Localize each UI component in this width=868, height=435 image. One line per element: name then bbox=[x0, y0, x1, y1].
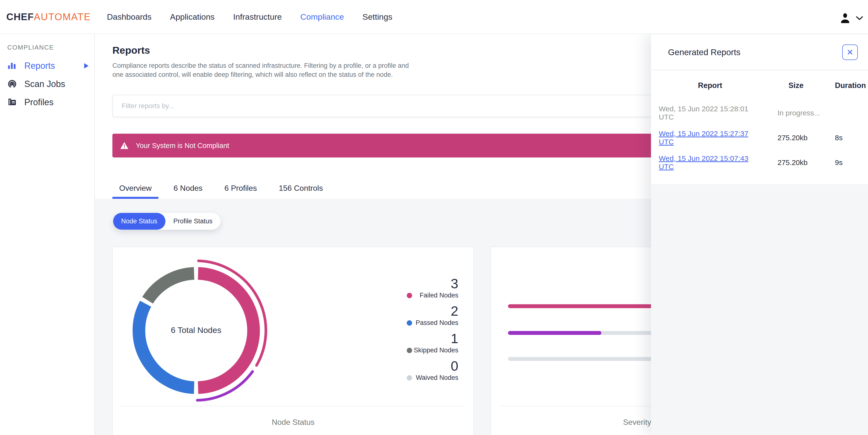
legend-dot-failed bbox=[407, 293, 412, 298]
compliance-sidebar: COMPLIANCE Reports Scan Jobs Profiles bbox=[0, 34, 95, 435]
status-toggle: Node Status Profile Status bbox=[113, 213, 220, 230]
legend-dot-skipped bbox=[407, 348, 412, 353]
report-timestamp: Wed, 15 Jun 2022 15:28:01 UTC bbox=[658, 105, 763, 121]
legend-item-failed: 3 Failed Nodes bbox=[407, 276, 458, 299]
tab-label: 6 Nodes bbox=[174, 184, 203, 193]
sidebar-item-scan-jobs[interactable]: Scan Jobs bbox=[0, 75, 94, 93]
node-status-legend: 3 Failed Nodes 2 Passed Nodes 1 Skipped … bbox=[407, 276, 458, 387]
logo-chef: CHEF bbox=[6, 11, 34, 22]
sidebar-item-label: Reports bbox=[24, 61, 55, 71]
report-download-link[interactable]: Wed, 15 Jun 2022 15:27:37 UTC bbox=[659, 130, 748, 146]
report-tabs: Overview 6 Nodes 6 Profiles 156 Controls bbox=[113, 177, 338, 199]
sidebar-item-label: Profiles bbox=[24, 97, 54, 107]
tab-label: 156 Controls bbox=[279, 184, 323, 193]
table-row: Wed, 15 Jun 2022 15:28:01 UTC In progres… bbox=[658, 101, 868, 125]
legend-dot-passed bbox=[407, 320, 412, 326]
radar-icon bbox=[7, 79, 18, 89]
chef-automate-compliance-screen: CHEFAUTOMATE Dashboards Applications Inf… bbox=[0, 0, 868, 435]
table-header-row: Report Size Duration bbox=[658, 70, 868, 101]
table-row: Wed, 15 Jun 2022 15:07:43 UTC 275.20kb 9… bbox=[658, 150, 868, 175]
banner-text: Your System is Not Compliant bbox=[136, 142, 229, 150]
card-footer-label: Node Status bbox=[113, 418, 473, 427]
chevron-down-icon bbox=[856, 16, 863, 21]
chef-automate-logo[interactable]: CHEFAUTOMATE bbox=[6, 11, 91, 22]
tab-profiles[interactable]: 6 Profiles bbox=[218, 177, 264, 199]
report-duration: 8s bbox=[833, 134, 868, 142]
report-duration: 9s bbox=[833, 159, 868, 167]
triangle-right-icon[interactable] bbox=[84, 63, 89, 69]
toggle-profile-status[interactable]: Profile Status bbox=[165, 213, 221, 230]
report-size: In progress... bbox=[763, 109, 833, 117]
nav-menu: Dashboards Applications Infrastructure C… bbox=[107, 12, 392, 22]
legend-dot-waived bbox=[407, 375, 412, 380]
bar-chart-icon bbox=[7, 61, 18, 70]
legend-value: 3 bbox=[407, 276, 458, 291]
panel-title: Generated Reports bbox=[668, 47, 741, 57]
tab-label: Overview bbox=[119, 184, 152, 193]
generated-reports-table: Report Size Duration Wed, 15 Jun 2022 15… bbox=[658, 70, 868, 175]
table-row: Wed, 15 Jun 2022 15:27:37 UTC 275.20kb 8… bbox=[658, 125, 868, 150]
sidebar-item-profiles[interactable]: Profiles bbox=[0, 93, 94, 111]
legend-label: Passed Nodes bbox=[412, 319, 458, 327]
legend-label: Waived Nodes bbox=[412, 374, 458, 381]
documents-icon bbox=[7, 97, 18, 107]
legend-item-waived: 0 Waived Nodes bbox=[407, 359, 458, 381]
divider bbox=[121, 406, 465, 406]
column-header-size: Size bbox=[763, 81, 833, 90]
logo-automate: AUTOMATE bbox=[34, 11, 91, 22]
sidebar-section-title: COMPLIANCE bbox=[7, 44, 94, 51]
tab-nodes[interactable]: 6 Nodes bbox=[167, 177, 209, 199]
tab-label: 6 Profiles bbox=[224, 184, 257, 193]
close-icon[interactable]: ✕ bbox=[842, 44, 858, 60]
legend-value: 1 bbox=[407, 332, 458, 345]
column-header-duration: Duration bbox=[833, 81, 868, 90]
toggle-node-status[interactable]: Node Status bbox=[113, 213, 165, 230]
nav-item-infrastructure[interactable]: Infrastructure bbox=[233, 12, 282, 22]
panel-header: Generated Reports ✕ bbox=[651, 34, 868, 70]
page-title: Reports bbox=[113, 45, 150, 56]
warning-triangle-icon bbox=[120, 142, 128, 149]
nav-item-dashboards[interactable]: Dashboards bbox=[107, 12, 151, 22]
report-size: 275.20kb bbox=[763, 159, 833, 167]
tab-overview[interactable]: Overview bbox=[113, 177, 158, 199]
legend-value: 0 bbox=[407, 359, 458, 373]
nav-item-applications[interactable]: Applications bbox=[170, 12, 215, 22]
sidebar-item-reports[interactable]: Reports bbox=[0, 57, 94, 75]
page-description: Compliance reports describe the status o… bbox=[113, 61, 418, 79]
bar-fill bbox=[508, 331, 601, 335]
legend-item-skipped: 1 Skipped Nodes bbox=[407, 332, 458, 354]
report-size: 275.20kb bbox=[763, 134, 833, 142]
legend-value: 2 bbox=[407, 304, 458, 318]
legend-label: Failed Nodes bbox=[412, 292, 458, 299]
person-icon bbox=[838, 11, 852, 25]
node-status-card: 6 Total Nodes 3 Failed Nodes 2 Passed No… bbox=[113, 247, 474, 435]
top-nav: CHEFAUTOMATE Dashboards Applications Inf… bbox=[0, 0, 868, 34]
sidebar-item-label: Scan Jobs bbox=[24, 79, 65, 89]
legend-label: Skipped Nodes bbox=[412, 346, 458, 354]
column-header-report: Report bbox=[658, 81, 763, 90]
generated-reports-panel: Generated Reports ✕ Report Size Duration… bbox=[651, 34, 868, 435]
nav-item-compliance[interactable]: Compliance bbox=[300, 12, 344, 22]
donut-center-label: 6 Total Nodes bbox=[148, 325, 245, 335]
user-menu[interactable] bbox=[838, 8, 863, 25]
nav-item-settings[interactable]: Settings bbox=[363, 12, 393, 22]
report-download-link[interactable]: Wed, 15 Jun 2022 15:07:43 UTC bbox=[659, 154, 748, 171]
tab-controls[interactable]: 156 Controls bbox=[272, 177, 330, 199]
legend-item-passed: 2 Passed Nodes bbox=[407, 304, 458, 327]
